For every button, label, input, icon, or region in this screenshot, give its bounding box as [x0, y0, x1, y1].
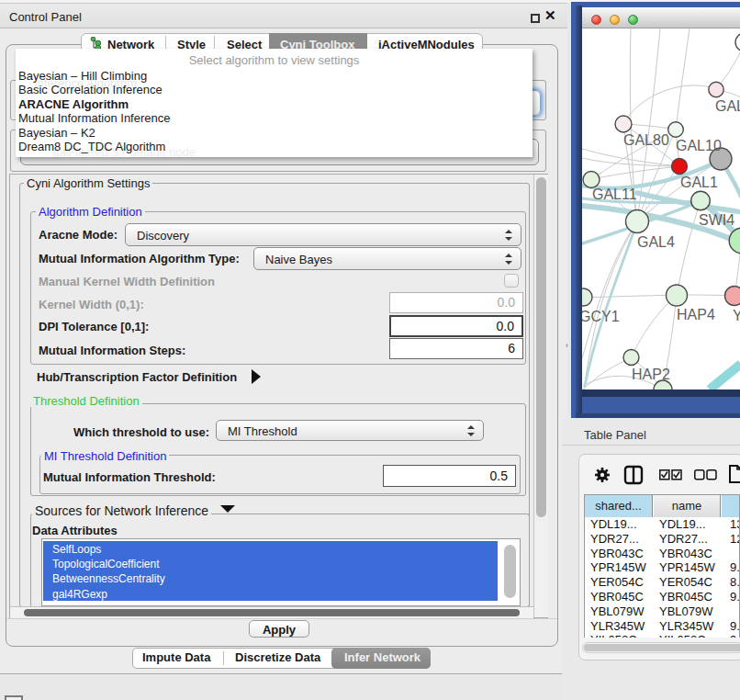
svg-text:GAL11: GAL11	[592, 186, 637, 202]
svg-text:GAL2: GAL2	[715, 98, 740, 114]
svg-text:GAL4: GAL4	[637, 234, 675, 250]
svg-text:GAL80: GAL80	[623, 132, 669, 148]
svg-text:GAL1: GAL1	[680, 175, 718, 190]
svg-text:HAP2: HAP2	[632, 367, 670, 382]
svg-text:GCY1: GCY1	[582, 309, 620, 324]
svg-text:GAL10: GAL10	[676, 138, 722, 153]
svg-text:Y: Y	[733, 308, 740, 323]
svg-text:HAP4: HAP4	[677, 307, 715, 322]
svg-text:SWI4: SWI4	[699, 212, 734, 228]
